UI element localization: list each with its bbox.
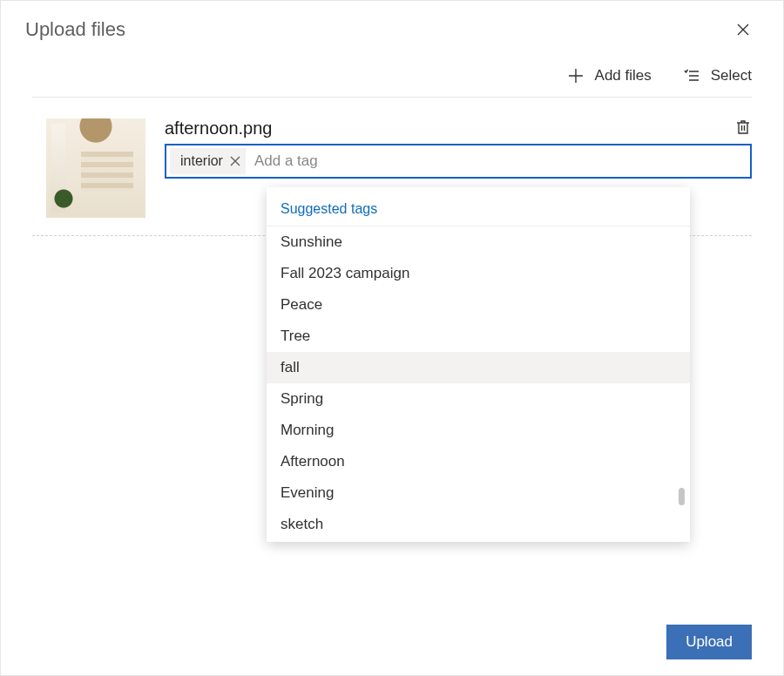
close-icon [230,156,240,166]
dialog-title: Upload files [25,18,125,41]
select-list-icon [683,67,700,84]
suggestions-list: SunshineFall 2023 campaignPeaceTreefallS… [267,226,690,540]
file-thumbnail[interactable] [46,118,145,218]
suggestion-item[interactable]: Spring [267,383,690,415]
dialog-footer: Upload [666,625,752,659]
suggestion-item[interactable]: Evening [267,477,690,509]
dialog-header: Upload files [1,1,783,50]
suggestions-header: Suggested tags [267,187,690,226]
tag-input[interactable] [249,145,747,177]
suggestion-item[interactable]: Morning [267,415,690,446]
suggestion-item[interactable]: Fall 2023 campaign [267,258,690,289]
select-button[interactable]: Select [683,67,752,84]
tag-chip: interior [170,148,246,174]
delete-file-button[interactable] [734,118,752,139]
suggestion-item[interactable]: Sunshine [267,226,690,258]
suggestion-item[interactable]: Tree [267,321,690,352]
tag-suggestions-dropdown: Suggested tags SunshineFall 2023 campaig… [267,187,690,542]
tag-chip-label: interior [180,153,223,169]
suggestion-item[interactable]: sketch [267,509,690,540]
suggestion-item[interactable]: Peace [267,289,690,321]
upload-dialog: Upload files Add files Select afternoon.… [0,0,784,676]
remove-tag-button[interactable] [230,156,240,166]
file-name: afternoon.png [165,118,752,139]
add-files-button[interactable]: Add files [567,67,652,84]
suggestion-item[interactable]: fall [267,352,690,383]
close-button[interactable] [734,21,752,38]
trash-icon [734,118,752,136]
scrollbar-thumb[interactable] [679,488,685,505]
tag-field[interactable]: interior [165,144,752,179]
file-main: afternoon.png interior [165,118,752,179]
toolbar: Add files Select [1,50,783,97]
thumbnail-image [46,118,145,218]
select-label: Select [711,67,752,84]
add-files-label: Add files [595,67,652,84]
suggestion-item[interactable]: Afternoon [267,446,690,477]
upload-button[interactable]: Upload [666,625,752,659]
close-icon [736,23,750,37]
plus-icon [567,67,585,84]
